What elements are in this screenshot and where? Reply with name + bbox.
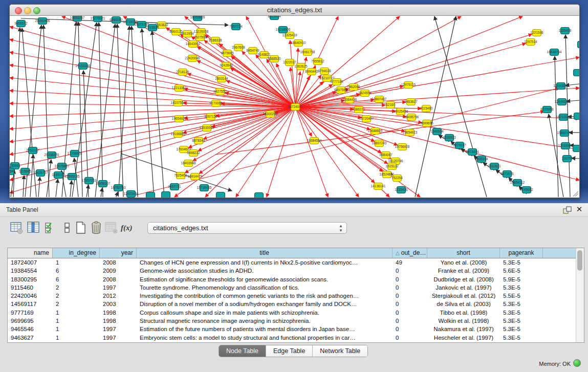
graph-node[interactable]: 8990443 bbox=[305, 69, 318, 75]
graph-node[interactable] bbox=[216, 192, 225, 198]
graph-node[interactable] bbox=[255, 193, 264, 198]
graph-node[interactable]: 19166855 bbox=[171, 131, 186, 138]
graph-node[interactable]: 18495756 bbox=[404, 114, 419, 121]
scrollbar-thumb[interactable] bbox=[577, 250, 582, 271]
memory-status-dot[interactable] bbox=[573, 359, 581, 367]
graph-node[interactable]: 7632621 bbox=[488, 163, 501, 170]
graph-node[interactable]: 2935114 bbox=[475, 156, 488, 163]
graph-node[interactable]: 16053809 bbox=[190, 16, 205, 21]
graph-node[interactable]: 391541 bbox=[10, 168, 15, 175]
column-header-in_degree[interactable]: in_degree bbox=[53, 248, 100, 258]
graph-node[interactable]: 1145194 bbox=[52, 172, 65, 179]
graph-node[interactable]: 7515526 bbox=[146, 25, 159, 31]
table-row[interactable]: 1938455462009Genome-wide association stu… bbox=[8, 267, 576, 275]
table-row[interactable]: 946362711997Embryonic stem cells: a mode… bbox=[8, 334, 576, 342]
graph-node[interactable] bbox=[573, 145, 580, 152]
graph-node[interactable]: 10654112 bbox=[510, 180, 525, 186]
graph-node[interactable]: 6794028 bbox=[318, 68, 331, 75]
tab-node-table[interactable]: Node Table bbox=[219, 345, 266, 357]
graph-node[interactable]: 1297514 bbox=[524, 39, 537, 46]
table-row[interactable]: 1456911722003Disruption of a novel membe… bbox=[8, 300, 576, 308]
column-header-year[interactable]: year bbox=[100, 248, 137, 258]
graph-node[interactable]: 17359928 bbox=[68, 150, 82, 157]
graph-node[interactable]: 18300295 bbox=[263, 111, 278, 118]
graph-node[interactable]: 10025458 bbox=[394, 108, 408, 115]
graph-node[interactable]: 19384554 bbox=[307, 138, 322, 144]
graph-node[interactable]: 1733426 bbox=[395, 187, 408, 193]
row-layout-icon[interactable] bbox=[61, 221, 74, 234]
tab-network-table[interactable]: Network Table bbox=[313, 345, 367, 357]
graph-node[interactable]: 12213383 bbox=[172, 85, 187, 92]
function-builder-icon[interactable]: f(x) bbox=[121, 221, 137, 234]
graph-node[interactable]: 2718126 bbox=[176, 69, 189, 76]
graph-node[interactable]: 1362625 bbox=[294, 63, 308, 70]
table-row[interactable]: 911546021997Tourette syndrome. Phenomeno… bbox=[8, 283, 576, 292]
graph-node[interactable]: 15716485 bbox=[197, 185, 212, 191]
graph-node[interactable]: 7386372 bbox=[352, 106, 365, 113]
graph-node[interactable] bbox=[146, 192, 155, 198]
vertical-scrollbar[interactable] bbox=[576, 248, 584, 342]
graph-node[interactable]: 16543962 bbox=[186, 41, 201, 48]
graph-node[interactable]: 16648794 bbox=[547, 49, 562, 56]
graph-node[interactable]: 18807243 bbox=[372, 140, 387, 147]
column-header-out_de[interactable]: △out_de… bbox=[393, 248, 427, 258]
table-row[interactable]: 969969511998Structural magnetic resonanc… bbox=[8, 317, 576, 325]
window-titlebar[interactable]: citations_edges.txt bbox=[10, 5, 579, 16]
graph-node[interactable]: 62160 bbox=[386, 102, 395, 108]
graph-node[interactable] bbox=[574, 113, 580, 120]
graph-node[interactable]: 9527508 bbox=[193, 34, 207, 41]
graph-node[interactable]: 6966160 bbox=[110, 17, 123, 24]
graph-node[interactable]: 2803144 bbox=[215, 76, 228, 82]
graph-node[interactable]: 9267150 bbox=[204, 114, 217, 120]
graph-node[interactable]: 9338923 bbox=[443, 135, 456, 141]
graph-node[interactable]: 9242848 bbox=[220, 62, 233, 69]
graph-node[interactable]: 1640934 bbox=[430, 128, 444, 135]
table-row[interactable]: 1872400712008Changes of HCN gene express… bbox=[8, 258, 576, 267]
column-header-title[interactable]: title bbox=[137, 248, 393, 258]
graph-node[interactable]: 6879197 bbox=[453, 142, 466, 149]
graph-node[interactable]: 9427552 bbox=[213, 89, 227, 95]
graph-node[interactable]: 6497568 bbox=[334, 87, 347, 94]
graph-node[interactable]: 12923446 bbox=[124, 191, 139, 198]
table-row[interactable]: 2242004622012Investigating the contribut… bbox=[8, 292, 576, 300]
graph-node[interactable] bbox=[574, 70, 580, 76]
graph-node[interactable]: 9474444 bbox=[466, 149, 479, 156]
show-columns-icon[interactable] bbox=[27, 221, 40, 234]
graph-node[interactable]: 18403948 bbox=[181, 160, 196, 167]
graph-node[interactable]: 8215958 bbox=[540, 106, 554, 113]
graph-node[interactable]: 1588520 bbox=[268, 56, 281, 62]
table-mode-icon[interactable] bbox=[10, 221, 24, 234]
graph-node[interactable]: 7625402 bbox=[174, 172, 187, 179]
graph-node[interactable]: 20153346 bbox=[76, 63, 91, 70]
column-header-short[interactable]: short bbox=[427, 248, 500, 258]
graph-node[interactable]: 19756928 bbox=[395, 144, 410, 150]
graph-node[interactable]: 9684067 bbox=[379, 152, 393, 159]
table-selector-dropdown[interactable]: citations_edges.txt ▲▼ bbox=[147, 222, 347, 234]
graph-node[interactable]: 8471676 bbox=[500, 171, 514, 178]
graph-node[interactable]: 10975887 bbox=[55, 163, 70, 170]
new-column-icon[interactable] bbox=[74, 221, 88, 234]
graph-node[interactable] bbox=[162, 192, 170, 198]
network-canvas[interactable]: 1872400718300295193845547663822896012589… bbox=[10, 16, 579, 198]
graph-node[interactable]: 752254 bbox=[391, 175, 403, 182]
graph-node[interactable]: 9498222 bbox=[187, 150, 200, 157]
graph-node[interactable]: 15720407 bbox=[359, 116, 374, 122]
graph-node[interactable]: 12975115 bbox=[401, 82, 416, 89]
graph-node[interactable]: 9405572 bbox=[14, 20, 28, 27]
graph-node[interactable]: 12505135 bbox=[65, 173, 80, 180]
tab-edge-table[interactable]: Edge Table bbox=[266, 345, 313, 357]
graph-node[interactable]: 9115460 bbox=[420, 105, 433, 112]
graph-node[interactable]: 7955812 bbox=[311, 58, 324, 65]
column-header-pagerank[interactable]: pagerank bbox=[500, 248, 543, 258]
graph-node[interactable]: 7857224 bbox=[229, 24, 243, 30]
graph-node[interactable]: 116753 bbox=[561, 156, 573, 162]
graph-node[interactable]: 9875685 bbox=[221, 50, 234, 57]
graph-node[interactable]: 16782753 bbox=[111, 185, 126, 191]
graph-node[interactable]: 17957253 bbox=[82, 178, 97, 184]
graph-node[interactable]: 18640910 bbox=[291, 40, 306, 47]
graph-node[interactable]: 20391406 bbox=[35, 18, 50, 25]
table-row[interactable]: 946554611997Estimation of the future num… bbox=[8, 325, 576, 333]
graph-node[interactable] bbox=[578, 41, 580, 48]
float-window-icon[interactable] bbox=[563, 206, 572, 214]
column-header-name[interactable]: name bbox=[8, 248, 53, 258]
